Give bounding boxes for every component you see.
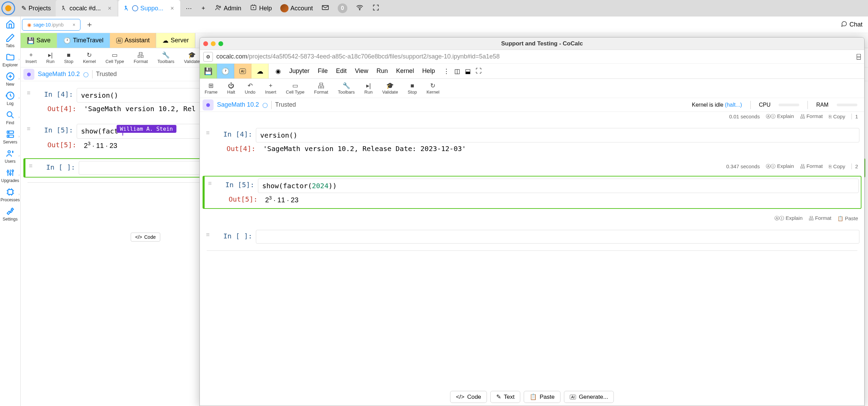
sidebar-upgrades[interactable]: Upgrades › [0,165,20,184]
w2-tb-frame[interactable]: ⊞Frame [200,79,223,98]
copy-button[interactable]: ⎘ Copy [829,114,845,119]
sidebar-log[interactable]: Log › [0,88,20,107]
insert-paste-button[interactable]: 📋Paste [524,391,560,403]
copy-button[interactable]: ⎘ Copy [829,163,845,169]
sidebar-explorer[interactable]: Explorer › [0,50,20,69]
tab-support[interactable]: Suppo... × [118,0,180,17]
new-tab-button[interactable]: + [197,0,210,17]
cocalc-logo[interactable] [1,1,15,15]
cell-type-selector[interactable]: </> Code [131,233,160,242]
w2-tb-stop[interactable]: ■Stop [403,79,422,98]
menu-help[interactable]: Help [422,67,435,75]
titlebar[interactable]: Support and Testing - CoCalc [200,38,864,50]
close-window-icon[interactable] [203,41,208,46]
sidebar-users[interactable]: Users › [0,146,20,165]
format-button[interactable]: 品 Format [800,113,823,120]
w2-server-button[interactable]: ☁ [251,64,269,78]
sidebar-find[interactable]: Find › [0,107,20,127]
notifications-button[interactable]: 0 [334,3,351,13]
sidebar-home[interactable] [0,17,20,30]
window-controls[interactable] [203,41,223,46]
new-file-tab-button[interactable]: + [83,18,96,32]
w2-tb-toolbars[interactable]: 🔧Toolbars [333,79,359,98]
toolbar-insert[interactable]: +Insert [21,48,42,67]
split-v-icon[interactable]: ⬓ [465,67,471,75]
drag-handle-icon[interactable]: ≡ [28,161,34,171]
paste-button[interactable]: 📋 Paste [837,215,858,221]
menu-run[interactable]: Run [377,67,388,75]
chat-button[interactable]: Chat [840,20,862,29]
install-app-icon[interactable]: ⌸ [857,53,861,61]
w2-tb-validate[interactable]: 🎓Validate [377,79,403,98]
drag-handle-icon[interactable]: ≡ [25,124,32,134]
w2-tb-celltype[interactable]: ▭Cell Type [281,79,309,98]
w2-save-button[interactable]: 💾 [200,64,217,78]
projects-button[interactable]: ✎ Projects [17,0,56,17]
code-input[interactable]: show(factor(2024)) [258,179,859,193]
w2-tb-kernel[interactable]: ↻Kernel [422,79,444,98]
close-icon[interactable]: × [73,22,75,28]
w2-cell-empty[interactable]: ≡ In [ ]: [203,228,861,246]
close-icon[interactable]: × [169,5,176,12]
file-tab-sage10[interactable]: ◉ sage-10.ipynb × [22,19,80,31]
menu-view[interactable]: View [355,67,368,75]
sidebar-settings[interactable]: Settings [0,204,20,223]
toolbar-kernel[interactable]: ↻Kernel [78,48,101,67]
w2-timetravel-button[interactable]: 🕐 [217,64,234,78]
sidebar-new[interactable]: New › [0,69,20,88]
w2-tb-run[interactable]: ▸|Run [360,79,378,98]
expand-icon[interactable]: ⛶ [476,67,482,75]
site-settings-icon[interactable]: ⚙ [203,52,213,62]
code-input[interactable]: version() [256,128,859,142]
menu-edit[interactable]: Edit [336,67,347,75]
drag-handle-icon[interactable]: ≡ [25,88,32,98]
generate-button[interactable]: AIGenerate... [564,391,614,403]
w2-tb-halt[interactable]: ⏻Halt [223,79,240,98]
drag-handle-icon[interactable]: ≡ [205,128,211,138]
w2-tb-insert[interactable]: +Insert [260,79,281,98]
drag-handle-icon[interactable]: ≡ [205,230,211,240]
help-button[interactable]: Help [246,4,276,13]
kernel-name[interactable]: SageMath 10.2 [217,101,259,108]
close-icon[interactable]: × [107,5,113,12]
w2-cell-5[interactable]: ≡ In [5]: show(factor(2024)) Out[5]: 23 … [203,176,861,209]
w2-tb-undo[interactable]: ↶Undo [240,79,260,98]
toolbar-toolbars[interactable]: 🔧Toolbars [153,48,179,67]
tab-cocalc-d[interactable]: cocalc #d... × [56,0,118,17]
sidebar-tabs[interactable]: Tabs [0,30,20,50]
explain-button[interactable]: ⒶⒾ Explain [766,113,794,120]
server-button[interactable]: ☁ Server [156,33,195,48]
insert-text-button[interactable]: ✎Text [490,391,520,403]
wifi-button[interactable] [351,3,368,13]
code-input[interactable] [256,230,859,244]
toolbar-format[interactable]: 品Format [129,48,153,67]
w2-cell-4[interactable]: ≡ In [4]: version() Out[4]: 'SageMath ve… [203,126,861,157]
insert-code-button[interactable]: </>Code [450,391,487,403]
toolbar-stop[interactable]: ■Stop [59,48,78,67]
sidebar-servers[interactable]: Servers › [0,127,20,146]
menu-jupyter[interactable]: Jupyter [289,67,310,75]
w2-tb-format[interactable]: 品Format [309,79,333,98]
account-button[interactable]: Account [276,4,317,12]
admin-button[interactable]: Admin [210,4,246,13]
menu-kernel[interactable]: Kernel [396,67,414,75]
timetravel-button[interactable]: 🕐 TimeTravel [57,33,110,48]
halt-link[interactable]: (halt...) [725,102,742,108]
url-text[interactable]: cocalc.com/projects/4a5f0542-5873-4eed-a… [216,53,853,60]
sidebar-processes[interactable]: Processes › [0,184,20,204]
format-button[interactable]: 品 Format [800,163,823,170]
explain-button[interactable]: ⒶⒾ Explain [774,215,802,222]
split-h-icon[interactable]: ◫ [454,67,460,75]
save-button[interactable]: 💾 Save [21,33,57,48]
explain-button[interactable]: ⒶⒾ Explain [766,163,794,170]
more-tabs-button[interactable]: ⋯ [181,0,197,17]
drag-handle-icon[interactable]: ≡ [207,179,213,189]
minimize-window-icon[interactable] [211,41,216,46]
mail-button[interactable] [317,3,334,13]
maximize-window-icon[interactable] [218,41,223,46]
toolbar-run[interactable]: ▸|Run [42,48,59,67]
menu-file[interactable]: File [318,67,328,75]
fullscreen-button[interactable] [368,4,384,13]
assistant-button[interactable]: AI Assistant [110,33,156,48]
kebab-icon[interactable]: ⋮ [443,67,449,75]
